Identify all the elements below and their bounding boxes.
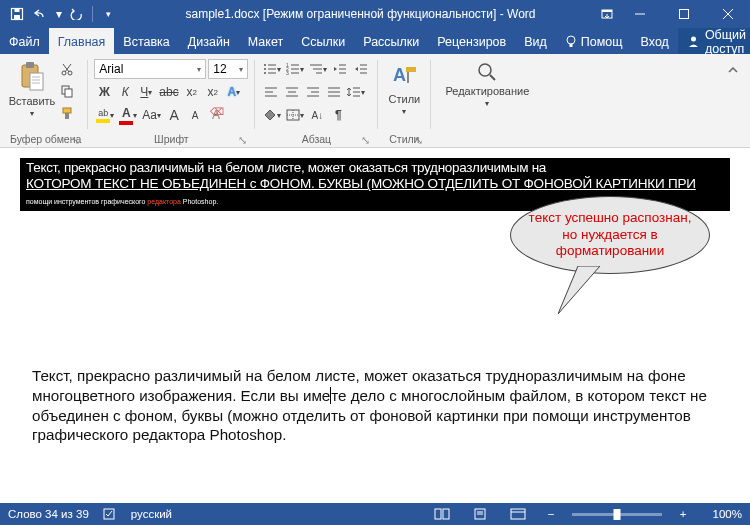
print-layout-icon[interactable] xyxy=(468,505,492,523)
align-center-button[interactable] xyxy=(282,82,302,102)
tab-mailings[interactable]: Рассылки xyxy=(354,28,428,54)
tab-insert[interactable]: Вставка xyxy=(114,28,178,54)
zoom-out-icon[interactable]: − xyxy=(544,505,558,523)
superscript-button[interactable]: x2 xyxy=(203,82,223,102)
styles-button[interactable]: A Стили ▾ xyxy=(384,59,424,118)
callout-tail-icon xyxy=(558,266,618,316)
font-name-combo[interactable]: Arial ▾ xyxy=(94,59,206,79)
grow-font-button[interactable]: A xyxy=(164,105,184,125)
word-count[interactable]: Слово 34 из 39 xyxy=(8,508,89,520)
copy-icon[interactable] xyxy=(56,81,78,101)
chevron-down-icon: ▾ xyxy=(485,99,489,108)
tab-view[interactable]: Вид xyxy=(515,28,556,54)
italic-button[interactable]: К xyxy=(115,82,135,102)
maximize-button[interactable] xyxy=(662,0,706,28)
svg-rect-6 xyxy=(680,10,689,19)
dialog-launcher-icon[interactable]: ⤡ xyxy=(412,134,424,146)
svg-rect-4 xyxy=(602,10,612,12)
save-icon[interactable] xyxy=(6,3,28,25)
redo-icon[interactable] xyxy=(66,3,88,25)
decrease-indent-button[interactable] xyxy=(330,59,350,79)
svg-rect-10 xyxy=(569,44,572,47)
group-label-paragraph: Абзац ⤡ xyxy=(261,131,371,147)
dialog-launcher-icon[interactable]: ⤡ xyxy=(359,134,371,146)
chevron-down-icon: ▾ xyxy=(402,107,406,116)
line-spacing-button[interactable]: ▾ xyxy=(345,82,367,102)
underline-button[interactable]: Ч▾ xyxy=(136,82,156,102)
svg-rect-66 xyxy=(406,67,416,72)
group-font: Arial ▾ 12 ▾ Ж К Ч▾ abc x2 x2 A▾ ab▾ A▾ xyxy=(90,56,252,147)
dialog-launcher-icon[interactable]: ⤡ xyxy=(236,134,248,146)
increase-indent-button[interactable] xyxy=(351,59,371,79)
tab-tellme[interactable]: Помощ xyxy=(556,28,632,54)
svg-rect-1 xyxy=(14,15,20,19)
zoom-slider[interactable] xyxy=(572,513,662,516)
strikethrough-button[interactable]: abc xyxy=(157,82,180,102)
chevron-down-icon[interactable]: ▾ xyxy=(239,65,243,74)
close-button[interactable] xyxy=(706,0,750,28)
numbering-button[interactable]: 123▾ xyxy=(284,59,306,79)
svg-rect-24 xyxy=(63,108,71,113)
align-right-button[interactable] xyxy=(303,82,323,102)
tab-layout[interactable]: Макет xyxy=(239,28,292,54)
font-size-combo[interactable]: 12 ▾ xyxy=(208,59,248,79)
document-area[interactable]: Текст, прекрасно различимый на белом лис… xyxy=(0,148,750,503)
minimize-button[interactable] xyxy=(618,0,662,28)
shrink-font-button[interactable]: A xyxy=(185,105,205,125)
svg-point-11 xyxy=(691,37,696,42)
ribbon: Вставить ▾ Буфер обмена ⤡ Arial ▾ 1 xyxy=(0,54,750,148)
collapse-ribbon-icon[interactable] xyxy=(722,60,744,80)
window-controls xyxy=(618,0,750,28)
chevron-down-icon[interactable]: ▾ xyxy=(197,65,201,74)
zoom-level[interactable]: 100% xyxy=(704,508,742,520)
status-bar: Слово 34 из 39 русский − + 100% xyxy=(0,503,750,525)
proofing-icon[interactable] xyxy=(103,507,117,521)
svg-marker-69 xyxy=(558,266,600,314)
highlight-button[interactable]: ab▾ xyxy=(94,105,116,125)
qat-customize-icon[interactable]: ▾ xyxy=(97,3,119,25)
zoom-in-icon[interactable]: + xyxy=(676,505,690,523)
undo-dropdown-icon[interactable]: ▾ xyxy=(54,3,64,25)
web-layout-icon[interactable] xyxy=(506,505,530,523)
change-case-button[interactable]: Aa▾ xyxy=(140,105,163,125)
group-label-font: Шрифт ⤡ xyxy=(94,131,248,147)
tab-file[interactable]: Файл xyxy=(0,28,49,54)
borders-button[interactable]: ▾ xyxy=(284,105,306,125)
align-left-button[interactable] xyxy=(261,82,281,102)
sort-button[interactable]: А↓ xyxy=(307,105,327,125)
svg-rect-25 xyxy=(65,113,69,119)
justify-button[interactable] xyxy=(324,82,344,102)
ribbon-options-icon[interactable] xyxy=(596,3,618,25)
share-button[interactable]: Общий доступ xyxy=(678,28,750,54)
format-painter-icon[interactable] xyxy=(56,103,78,123)
bullets-button[interactable]: ▾ xyxy=(261,59,283,79)
subscript-button[interactable]: x2 xyxy=(182,82,202,102)
svg-rect-23 xyxy=(65,89,72,97)
tab-home[interactable]: Главная xyxy=(49,28,115,54)
svg-rect-71 xyxy=(435,509,441,519)
document-paragraph[interactable]: Текст, прекрасно различимый на белом лис… xyxy=(32,366,716,445)
titlebar: ▾ ▾ sample1.docx [Режим ограниченной фун… xyxy=(0,0,750,28)
text-effects-button[interactable]: A▾ xyxy=(224,82,244,102)
language-status[interactable]: русский xyxy=(131,508,172,520)
multilevel-button[interactable]: ▾ xyxy=(307,59,329,79)
clear-formatting-button[interactable]: A⌫ xyxy=(206,105,226,125)
lightbulb-icon xyxy=(565,35,577,49)
tab-signin[interactable]: Вход xyxy=(632,28,678,54)
undo-icon[interactable] xyxy=(30,3,52,25)
tab-review[interactable]: Рецензиров xyxy=(428,28,515,54)
tab-references[interactable]: Ссылки xyxy=(292,28,354,54)
bold-button[interactable]: Ж xyxy=(94,82,114,102)
callout-shape[interactable]: текст успешно распознан, но нуждается в … xyxy=(510,196,710,274)
dialog-launcher-icon[interactable]: ⤡ xyxy=(69,134,81,146)
font-color-button[interactable]: A▾ xyxy=(117,105,139,125)
cut-icon[interactable] xyxy=(56,59,78,79)
group-styles: A Стили ▾ Стили ⤡ xyxy=(380,56,428,147)
shading-button[interactable]: ▾ xyxy=(261,105,283,125)
paste-button[interactable]: Вставить ▾ xyxy=(10,59,54,120)
tab-design[interactable]: Дизайн xyxy=(179,28,239,54)
show-marks-button[interactable]: ¶ xyxy=(328,105,348,125)
chevron-down-icon: ▾ xyxy=(30,109,34,118)
read-mode-icon[interactable] xyxy=(430,505,454,523)
editing-button[interactable]: Редактирование ▾ xyxy=(437,59,537,110)
